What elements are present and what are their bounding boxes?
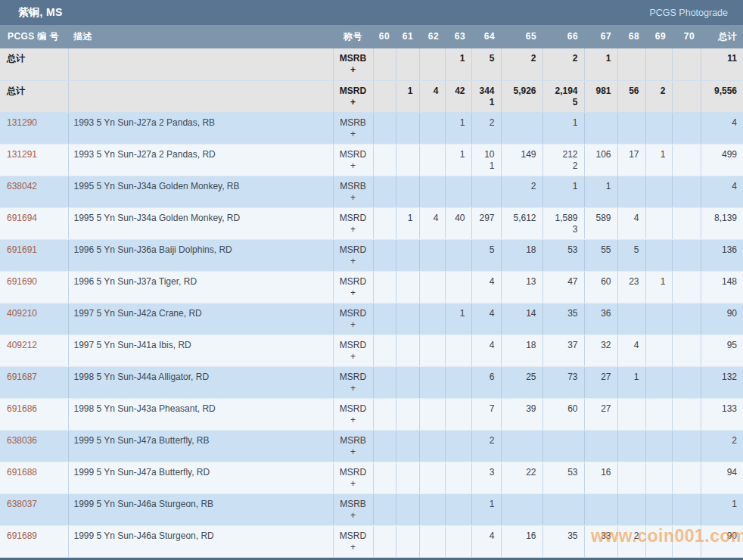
grade-69-cell — [645, 334, 672, 366]
pcgs-number-cell: 691690 — [0, 271, 68, 303]
designation-plus: + — [334, 192, 373, 204]
page-title: 紫铜, MS — [18, 6, 63, 20]
grade-66-cell: 1 — [542, 112, 584, 144]
designation-cell: MSRD+ — [333, 207, 373, 239]
coin-description — [68, 80, 333, 112]
grade-66-cell: 2,1945 — [542, 80, 584, 112]
grade-61-cell — [396, 271, 419, 303]
grade-60-cell — [373, 430, 396, 462]
grade-count: 14 — [502, 308, 536, 319]
grade-count: 17 — [618, 149, 639, 160]
designation-plus: + — [334, 319, 373, 331]
grade-65-cell: 13 — [501, 271, 542, 303]
coin-description: 1995 5 Yn Sun-J34a Golden Monkey, RD — [68, 207, 333, 239]
designation-cell: MSRD+ — [333, 80, 373, 112]
grade-61-cell — [396, 112, 419, 144]
grade-60-cell — [373, 80, 396, 112]
grade-count: 1 — [585, 53, 611, 64]
coin-description: 1997 5 Yn Sun-J41a Ibis, RD — [68, 334, 333, 366]
grade-count: 35 — [543, 530, 578, 542]
pcgs-number-link[interactable]: 691687 — [7, 372, 37, 382]
row-total-cell: 136 — [701, 239, 743, 271]
pcgs-number-link[interactable]: 638037 — [7, 499, 37, 509]
grade-62-cell — [419, 525, 445, 557]
grade-count: 1 — [446, 149, 465, 160]
table-row: 4092101997 5 Yn Sun-J42a Crane, RDMSRD+1… — [0, 303, 743, 334]
coin-description: 1997 5 Yn Sun-J42a Crane, RD — [68, 303, 333, 334]
grade-62-cell — [419, 271, 445, 303]
grade-count: 27 — [585, 372, 611, 383]
grade-count: 5 — [472, 53, 495, 64]
column-header-65: 65 — [501, 25, 542, 48]
designation-label: MSRD — [334, 276, 373, 288]
grade-64-cell: 6 — [471, 366, 501, 398]
grade-70-cell — [672, 493, 701, 525]
pcgs-number-link[interactable]: 691688 — [7, 467, 37, 478]
column-header-desc: 描述 — [68, 25, 333, 48]
grade-64-cell: 5 — [471, 239, 501, 271]
grade-68-cell: 2 — [617, 525, 645, 557]
grade-60-cell — [373, 525, 396, 557]
column-header-62: 62 — [419, 25, 445, 48]
grade-67-cell — [584, 430, 617, 462]
grade-68-cell: 5 — [617, 239, 645, 271]
grade-count: 589 — [585, 213, 611, 224]
grade-68-cell — [617, 112, 645, 144]
designation-label: MSRD — [334, 372, 373, 383]
grade-62-cell — [419, 462, 445, 493]
grade-68-cell: 17 — [617, 144, 645, 176]
designation-cell: MSRB+ — [333, 48, 373, 80]
grade-60-cell — [373, 334, 396, 366]
grade-63-cell: 1 — [445, 112, 471, 144]
grade-64-cell — [471, 176, 501, 207]
designation-label: MSRB — [334, 181, 373, 192]
grade-60-cell — [373, 239, 396, 271]
grade-61-cell — [396, 398, 419, 430]
pcgs-number-link[interactable]: 131291 — [7, 149, 37, 160]
grade-count: 4 — [618, 213, 639, 224]
grade-count: 33 — [585, 530, 611, 542]
designation-label: MSRD — [334, 213, 373, 224]
pcgs-number-link[interactable]: 691691 — [7, 244, 37, 255]
designation-label: MSRB — [334, 435, 373, 446]
grade-count: 40 — [446, 213, 465, 224]
grade-66-cell: 37 — [542, 334, 584, 366]
table-row: 6380361999 5 Yn Sun-J47a Butterfly, RBMS… — [0, 430, 743, 462]
grade-70-cell — [672, 239, 701, 271]
grade-count: 2 — [646, 86, 666, 97]
grade-count: 106 — [585, 149, 611, 160]
pcgs-number-link[interactable]: 691686 — [7, 403, 37, 414]
column-header-70: 70 — [672, 25, 701, 48]
pcgs-number-link[interactable]: 409210 — [7, 308, 37, 319]
column-header-designation: 称号 — [333, 25, 373, 48]
pcgs-number-link[interactable]: 409212 — [7, 340, 37, 350]
grade-60-cell — [373, 366, 396, 398]
grade-count: 1 — [543, 181, 578, 192]
designation-label: MSRD — [334, 467, 373, 478]
grade-count: 4 — [472, 340, 495, 351]
pcgs-number-link[interactable]: 638042 — [7, 181, 37, 191]
grade-66-cell: 2122 — [542, 144, 584, 176]
grade-70-cell — [672, 144, 701, 176]
pcgs-number-link[interactable]: 131290 — [7, 117, 37, 128]
pcgs-number-link[interactable]: 638036 — [7, 435, 37, 446]
coin-description: 1996 5 Yn Sun-J36a Baiji Dolphins, RD — [68, 239, 333, 271]
row-total-cell: 133 — [701, 398, 743, 430]
row-total-cell: 4 — [701, 176, 743, 207]
pcgs-number-link[interactable]: 691694 — [7, 213, 37, 223]
designation-cell: MSRB+ — [333, 112, 373, 144]
pcgs-number-link[interactable]: 691690 — [7, 276, 37, 287]
column-header-row: PCGS 编 号描述称号6061626364656667686970总计 — [0, 25, 743, 48]
grade-62-cell: 4 — [419, 207, 445, 239]
grade-count: 3 — [472, 467, 495, 478]
grade-68-cell: 56 — [617, 80, 645, 112]
table-row: 6916941995 5 Yn Sun-J34a Golden Monkey, … — [0, 207, 743, 239]
grade-64-cell: 3441 — [471, 80, 501, 112]
grade-65-cell: 18 — [501, 239, 542, 271]
photograde-link[interactable]: PCGS Photograde — [649, 8, 728, 18]
grade-65-cell: 16 — [501, 525, 542, 557]
pcgs-number-link[interactable]: 691689 — [7, 530, 37, 541]
grade-count: 16 — [502, 530, 536, 542]
grade-61-cell — [396, 334, 419, 366]
coin-description: 1998 5 Yn Sun-J44a Alligator, RD — [68, 366, 333, 398]
